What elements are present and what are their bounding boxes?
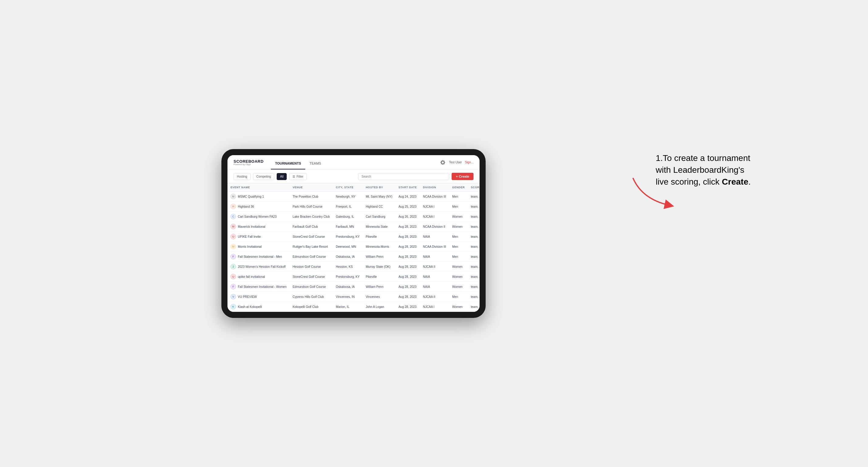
- table-row: U upike fall invitational StoneCrest Gol…: [227, 272, 479, 282]
- event-name-text: VU PREVIEW: [238, 295, 257, 299]
- event-name-text: Klash at Kokopelli: [238, 305, 262, 309]
- cell-division: NAIA: [420, 252, 449, 262]
- cell-gender: Men: [449, 252, 468, 262]
- cell-venue: Faribault Golf Club: [289, 222, 333, 232]
- cell-venue: StoneCrest Golf Course: [289, 232, 333, 242]
- cell-gender: Men: [449, 192, 468, 201]
- nav-tab-teams[interactable]: TEAMS: [305, 158, 325, 169]
- team-icon: F: [230, 284, 236, 289]
- create-button[interactable]: + Create: [452, 173, 473, 180]
- cell-scoring: team, Stroke Play: [468, 242, 479, 252]
- annotation-end: .: [748, 177, 751, 186]
- cell-division: NJCAA II: [420, 292, 449, 302]
- team-icon: C: [230, 214, 236, 219]
- team-icon: 2: [230, 264, 236, 269]
- cell-venue: Cypress Hills Golf Club: [289, 292, 333, 302]
- cell-hosted-by: Carl Sandburg: [363, 212, 396, 222]
- col-start-date: START DATE: [396, 183, 420, 192]
- cell-city-state: Marion, IL: [333, 302, 363, 312]
- cell-gender: Men: [449, 242, 468, 252]
- cell-event-name: M MSMC Qualifying 1: [227, 192, 289, 201]
- team-icon: U: [230, 234, 236, 239]
- search-input[interactable]: [358, 173, 449, 180]
- tablet-frame: SCOREBOARD Powered by Clippi TOURNAMENTS…: [221, 149, 486, 318]
- filter-btn-label: Filter: [297, 175, 303, 178]
- nav-tab-tournaments[interactable]: TOURNAMENTS: [271, 158, 305, 169]
- app-logo-main: SCOREBOARD: [234, 159, 264, 163]
- cell-gender: Women: [449, 302, 468, 312]
- cell-division: NJCAA II: [420, 262, 449, 272]
- cell-scoring: team, Stroke Play: [468, 212, 479, 222]
- cell-scoring: team, Stroke Play: [468, 292, 479, 302]
- cell-venue: The Powelton Club: [289, 192, 333, 201]
- settings-icon[interactable]: [440, 159, 446, 165]
- cell-city-state: Prestonsburg, KY: [333, 272, 363, 282]
- events-table-container: EVENT NAME VENUE CITY, STATE HOSTED BY S…: [227, 183, 479, 312]
- cell-hosted-by: Minnesota State: [363, 222, 396, 232]
- cell-gender: Women: [449, 212, 468, 222]
- cell-scoring: team, Stroke Play: [468, 201, 479, 212]
- cell-start-date: Aug 28, 2023: [396, 282, 420, 292]
- cell-scoring: team, Stroke Play: [468, 302, 479, 312]
- cell-city-state: Deerwood, MN: [333, 242, 363, 252]
- cell-hosted-by: Pikeville: [363, 272, 396, 282]
- team-icon: M: [230, 224, 236, 229]
- table-row: M MSMC Qualifying 1 The Powelton ClubNew…: [227, 192, 479, 201]
- table-row: U UPIKE Fall Invite StoneCrest Golf Cour…: [227, 232, 479, 242]
- cell-event-name: F Fall Statesmen Invitational - Men: [227, 252, 289, 262]
- all-filter-btn[interactable]: All: [277, 173, 287, 180]
- cell-start-date: Aug 26, 2023: [396, 212, 420, 222]
- cell-event-name: U upike fall invitational: [227, 272, 289, 282]
- team-icon: M: [230, 194, 236, 199]
- event-name-text: Fall Statesmen Invitational - Men: [238, 255, 282, 258]
- arrow-indicator: [624, 175, 679, 214]
- cell-event-name: 2 2023 Women's Hesston Fall Kickoff: [227, 262, 289, 272]
- cell-event-name: K Klash at Kokopelli: [227, 302, 289, 312]
- cell-venue: Lake Bracken Country Club: [289, 212, 333, 222]
- cell-hosted-by: William Penn: [363, 252, 396, 262]
- event-name-text: Maverick Invitational: [238, 225, 266, 228]
- event-name-text: MSMC Qualifying 1: [238, 195, 264, 198]
- app-header: SCOREBOARD Powered by Clippi TOURNAMENTS…: [227, 155, 479, 170]
- col-hosted-by: HOSTED BY: [363, 183, 396, 192]
- cell-scoring: team, Stroke Play: [468, 262, 479, 272]
- event-name-text: Highland 36: [238, 205, 254, 208]
- team-icon: F: [230, 254, 236, 259]
- team-icon: V: [230, 294, 236, 300]
- cell-event-name: F Fall Statesmen Invitational - Women: [227, 282, 289, 292]
- cell-start-date: Aug 28, 2023: [396, 272, 420, 282]
- table-row: M Morris Invitational Ruttger's Bay Lake…: [227, 242, 479, 252]
- hosting-filter-btn[interactable]: Hosting: [234, 173, 251, 180]
- cell-division: NCAA Division III: [420, 192, 449, 201]
- table-row: C Carl Sandburg Women FA23 Lake Bracken …: [227, 212, 479, 222]
- cell-event-name: M Morris Invitational: [227, 242, 289, 252]
- events-table: EVENT NAME VENUE CITY, STATE HOSTED BY S…: [227, 183, 479, 312]
- cell-city-state: Galesburg, IL: [333, 212, 363, 222]
- table-row: H Highland 36 Park Hills Golf CourseFree…: [227, 201, 479, 212]
- cell-division: NJCAA I: [420, 212, 449, 222]
- cell-gender: Women: [449, 222, 468, 232]
- annotation-bold: Create: [722, 177, 748, 186]
- competing-filter-btn[interactable]: Competing: [253, 173, 274, 180]
- table-row: M Maverick Invitational Faribault Golf C…: [227, 222, 479, 232]
- app-logo-sub: Powered by Clippi: [234, 163, 264, 165]
- team-icon: U: [230, 274, 236, 279]
- cell-city-state: Hesston, KS: [333, 262, 363, 272]
- cell-city-state: Faribault, MN: [333, 222, 363, 232]
- table-row: 2 2023 Women's Hesston Fall Kickoff Hess…: [227, 262, 479, 272]
- filter-options-btn[interactable]: ☰ Filter: [289, 173, 306, 180]
- cell-venue: Edmundson Golf Course: [289, 282, 333, 292]
- cell-scoring: team, Stroke Play: [468, 192, 479, 201]
- cell-start-date: Aug 28, 2023: [396, 222, 420, 232]
- cell-hosted-by: William Penn: [363, 282, 396, 292]
- col-event-name: EVENT NAME: [227, 183, 289, 192]
- sign-out-link[interactable]: Sign...: [465, 161, 473, 164]
- cell-gender: Men: [449, 292, 468, 302]
- team-icon: M: [230, 244, 236, 249]
- team-icon: H: [230, 204, 236, 209]
- event-name-text: Morris Invitational: [238, 245, 261, 248]
- cell-gender: Women: [449, 272, 468, 282]
- cell-city-state: Newburgh, NY: [333, 192, 363, 201]
- cell-start-date: Aug 28, 2023: [396, 292, 420, 302]
- cell-hosted-by: John A Logan: [363, 302, 396, 312]
